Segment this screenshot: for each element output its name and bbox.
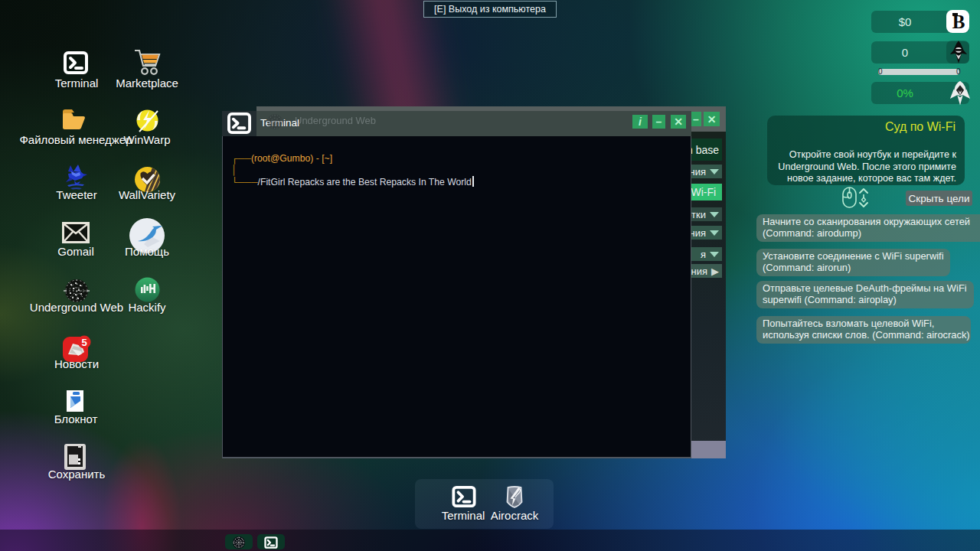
svg-text:5: 5 (81, 337, 87, 348)
